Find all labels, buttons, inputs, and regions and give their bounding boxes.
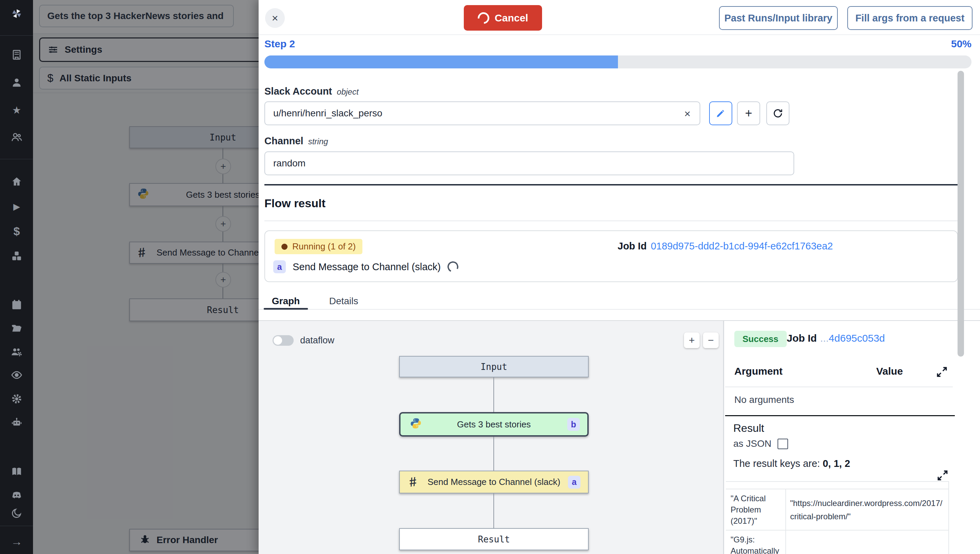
toggle-knob (274, 336, 282, 345)
connector (493, 436, 494, 471)
home-icon[interactable] (11, 175, 23, 188)
result-value-cell: "https://nucleardiner.wordpress.com/2017… (786, 489, 948, 530)
dataflow-toggle[interactable] (272, 335, 294, 346)
past-runs-button[interactable]: Past Runs/Input library (719, 6, 838, 30)
refresh-icon[interactable] (766, 102, 789, 125)
folders-icon[interactable] (11, 323, 23, 335)
step-id-badge: a (273, 260, 286, 273)
result-title: Result (733, 422, 764, 435)
job-id-label: Job Id (617, 240, 646, 252)
audit-eye-icon[interactable] (11, 369, 23, 381)
windmill-logo-icon[interactable] (11, 8, 23, 20)
settings-gear-icon[interactable] (11, 393, 23, 405)
result-key-cell: "A Critical Problem (2017)" (726, 489, 786, 530)
result-keys: 0, 1, 2 (823, 458, 850, 469)
no-arguments-text: No arguments (734, 395, 794, 405)
sidebar: ★ ▶ $ (0, 0, 33, 554)
add-resource-button[interactable]: + (737, 102, 760, 125)
sidebar-divider (0, 526, 33, 526)
job-id-link[interactable]: 4d695c053d (829, 333, 885, 344)
scrollbar[interactable] (958, 71, 964, 357)
progress-bar-fill (264, 56, 618, 68)
field-type: string (308, 137, 328, 146)
docs-book-icon[interactable] (11, 465, 23, 478)
flow-graph-panel: dataflow + − Input Gets 3 best stories b… (259, 321, 724, 554)
spinner-icon (446, 259, 460, 274)
clear-icon[interactable]: × (680, 106, 695, 121)
edit-pencil-button[interactable] (709, 102, 732, 125)
slack-hash-icon: # (409, 475, 417, 489)
user-icon[interactable] (11, 76, 23, 89)
groups-icon[interactable] (11, 131, 23, 143)
job-id-link[interactable]: 0189d975-ddd2-b1cd-994f-e62cf1763ea2 (651, 240, 833, 252)
variables-dollar-icon[interactable]: $ (11, 225, 23, 237)
tab-graph[interactable]: Graph (269, 293, 303, 309)
step-id-badge: b (567, 418, 580, 431)
divider (725, 387, 953, 387)
admins-users-gear-icon[interactable] (11, 346, 23, 358)
current-step-row: a Send Message to Channel (slack) (273, 260, 458, 273)
success-status-badge: Success (734, 331, 787, 347)
job-detail-panel: Success Job Id...4d695c053d Argument Val… (725, 321, 980, 554)
status-dot-icon (282, 244, 288, 250)
step-id-badge: a (568, 476, 581, 489)
as-json-checkbox[interactable] (778, 439, 788, 449)
graph-node-python-step[interactable]: Gets 3 best stories b (399, 412, 589, 436)
result-table: "A Critical Problem (2017)" "https://nuc… (726, 481, 949, 554)
field-type: object (337, 87, 359, 96)
panel-resize-divider[interactable] (725, 415, 955, 416)
current-step-label: Send Message to Channel (slack) (293, 261, 441, 272)
cancel-button[interactable]: Cancel (464, 5, 542, 30)
resources-boxes-icon[interactable] (11, 250, 23, 262)
field-label-slack-account: Slack Accountobject (264, 86, 359, 97)
job-id-label: Job Id (787, 333, 817, 344)
expand-sidebar-arrow-icon[interactable]: → (11, 535, 23, 548)
ai-robot-icon[interactable] (11, 417, 23, 429)
close-icon[interactable]: × (265, 8, 285, 28)
connector (493, 377, 494, 412)
progress-bar (264, 56, 972, 68)
favorites-star-icon[interactable]: ★ (11, 104, 23, 116)
workspace-icon[interactable] (11, 49, 23, 61)
expand-icon[interactable] (937, 470, 948, 481)
graph-node-slack-step[interactable]: # Send Message to Channel (slack) a (399, 471, 589, 494)
spinner-icon (476, 10, 492, 26)
progress-percent: 50% (951, 38, 972, 50)
running-status-badge: Running (1 of 2) (275, 239, 363, 254)
flow-status-card: Running (1 of 2) Job Id0189d975-ddd2-b1c… (264, 230, 958, 282)
dark-mode-moon-icon[interactable] (11, 507, 23, 519)
job-id-line: Job Id0189d975-ddd2-b1cd-994f-e62cf1763e… (617, 240, 833, 252)
result-value-cell: "http://omrelli.ug/g9/gallery/" (786, 530, 948, 554)
expand-icon[interactable] (936, 366, 948, 378)
slack-account-input[interactable] (264, 102, 700, 125)
fill-args-button[interactable]: Fill args from a request (847, 6, 972, 30)
discord-icon[interactable] (11, 489, 23, 501)
divider (264, 221, 958, 221)
graph-node-input[interactable]: Input (399, 356, 589, 377)
drawer-header: × Cancel Past Runs/Input library Fill ar… (259, 0, 980, 35)
active-tab-underline (264, 308, 308, 310)
zoom-in-button[interactable]: + (684, 333, 700, 348)
value-column-header: Value (876, 366, 903, 377)
zoom-out-button[interactable]: − (703, 333, 719, 348)
connector (493, 494, 494, 528)
python-icon (410, 417, 422, 431)
dataflow-label: dataflow (300, 335, 334, 346)
tab-details[interactable]: Details (323, 293, 364, 309)
sidebar-divider (0, 159, 33, 159)
graph-section: dataflow + − Input Gets 3 best stories b… (259, 320, 980, 554)
job-id-line: Job Id...4d695c053d (787, 333, 885, 344)
result-keys-line: The result keys are: 0, 1, 2 (733, 458, 850, 469)
channel-input[interactable] (264, 151, 794, 175)
app: ★ ▶ $ (0, 0, 980, 554)
as-json-row: as JSON (733, 438, 788, 449)
result-key-cell: "G9.js: Automatically (726, 530, 786, 554)
flow-result-title: Flow result (264, 197, 325, 210)
result-table-header (726, 482, 948, 489)
table-row: "A Critical Problem (2017)" "https://nuc… (726, 489, 948, 530)
section-resize-divider[interactable] (264, 184, 958, 185)
schedules-calendar-icon[interactable] (11, 299, 23, 311)
runs-play-icon[interactable]: ▶ (11, 201, 23, 213)
argument-column-header: Argument (734, 366, 783, 377)
graph-node-result[interactable]: Result (399, 528, 589, 550)
